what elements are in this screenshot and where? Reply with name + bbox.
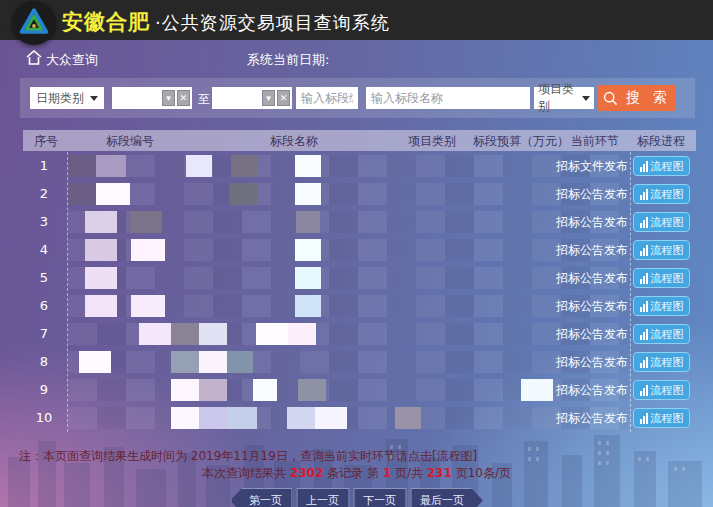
triangle-logo-icon [17, 6, 51, 40]
row-number: 1 [24, 152, 64, 180]
redacted-block [171, 323, 199, 345]
flow-chart-button-label: 流程图 [651, 215, 684, 230]
project-category-select[interactable]: 项目类别 [534, 87, 594, 109]
redacted-block [295, 267, 321, 289]
search-panel: 日期类别 ▾ ✕ 至 ▾ ✕ 项目类别 搜 索 [20, 78, 695, 118]
redacted-block [288, 323, 316, 345]
redacted-block [295, 183, 321, 205]
flow-chart-button-label: 流程图 [651, 411, 684, 426]
redacted-block [131, 239, 165, 261]
bar-chart-icon [640, 189, 648, 200]
redacted-content [68, 407, 628, 429]
result-note: 注：本页面查询结果生成时间为 2019年11月19日，查询当前实时环节请点击[流… [19, 448, 477, 465]
redacted-block [199, 379, 227, 401]
redacted-block [171, 351, 199, 373]
redacted-block [186, 155, 212, 177]
flow-chart-button-label: 流程图 [651, 355, 684, 370]
flow-chart-button[interactable]: 流程图 [633, 156, 690, 176]
pagination-button-1[interactable]: 上一页 [296, 488, 349, 507]
flow-chart-button[interactable]: 流程图 [633, 184, 690, 204]
date-to-picker-icon[interactable]: ▾ [262, 90, 275, 106]
chevron-down-icon [90, 96, 98, 101]
search-icon [603, 91, 618, 106]
col-header-budget: 标段预算（万元） [473, 133, 569, 150]
pagination: 第一页上一页下一页最后一页 [230, 488, 483, 507]
flow-chart-button[interactable]: 流程图 [633, 380, 690, 400]
redacted-content [68, 351, 628, 373]
flow-chart-button-label: 流程图 [651, 187, 684, 202]
current-stage-label: 招标公告发布 [556, 320, 628, 348]
row-number: 4 [24, 236, 64, 264]
current-stage-label: 招标公告发布 [556, 264, 628, 292]
search-button[interactable]: 搜 索 [598, 85, 676, 111]
flow-chart-button[interactable]: 流程图 [633, 268, 690, 288]
page-title: 安徽合肥 ·公共资源交易项目查询系统 [62, 8, 390, 36]
redacted-block [68, 183, 96, 205]
redacted-block [295, 295, 321, 317]
bar-chart-icon [640, 385, 648, 396]
table-rows: 1招标文件发布流程图2招标公告发布流程图3招标公告发布流程图4招标公告发布流程图… [0, 152, 713, 432]
flow-chart-button-label: 流程图 [651, 159, 684, 174]
pagination-button-3[interactable]: 最后一页 [410, 488, 483, 507]
current-stage-label: 招标公告发布 [556, 180, 628, 208]
date-to-field[interactable]: ▾ ✕ [212, 87, 292, 109]
bar-chart-icon [640, 301, 648, 312]
redacted-block [229, 183, 257, 205]
redacted-block [227, 407, 257, 429]
date-to-clear-icon[interactable]: ✕ [277, 90, 290, 106]
nav-bar: 大众查询 系统当前日期: [0, 48, 713, 70]
table-row: 7招标公告发布流程图 [0, 320, 713, 348]
bar-chart-icon [640, 329, 648, 340]
redacted-block [298, 379, 326, 401]
row-number: 10 [24, 404, 64, 432]
title-system: ·公共资源交易项目查询系统 [155, 12, 390, 33]
date-from-field[interactable]: ▾ ✕ [112, 87, 192, 109]
table-row: 10招标公告发布流程图 [0, 404, 713, 432]
current-stage-label: 招标公告发布 [556, 292, 628, 320]
table-row: 6招标公告发布流程图 [0, 292, 713, 320]
date-from-clear-icon[interactable]: ✕ [177, 90, 190, 106]
pagination-button-2[interactable]: 下一页 [353, 488, 406, 507]
row-number: 3 [24, 208, 64, 236]
summary-prefix: 本次查询结果共 [202, 466, 290, 480]
current-stage-label: 招标公告发布 [556, 348, 628, 376]
flow-chart-button[interactable]: 流程图 [633, 324, 690, 344]
redacted-block [85, 211, 117, 233]
redacted-block [521, 379, 553, 401]
redacted-block [227, 351, 253, 373]
flow-chart-button[interactable]: 流程图 [633, 212, 690, 232]
section-name-input[interactable] [366, 87, 530, 109]
current-stage-label: 招标文件发布 [556, 152, 628, 180]
flow-chart-button[interactable]: 流程图 [633, 240, 690, 260]
pagination-button-0[interactable]: 第一页 [230, 488, 292, 507]
flow-chart-button[interactable]: 流程图 [633, 408, 690, 428]
table-row: 4招标公告发布流程图 [0, 236, 713, 264]
redacted-block [199, 323, 227, 345]
redacted-block [253, 379, 277, 401]
summary-mid2: 页/共 [391, 466, 427, 480]
redacted-content [68, 267, 628, 289]
flow-chart-button[interactable]: 流程图 [633, 352, 690, 372]
date-to-separator: 至 [198, 91, 210, 113]
row-number: 8 [24, 348, 64, 376]
redacted-content [68, 183, 628, 205]
date-type-select[interactable]: 日期类别 [30, 87, 104, 109]
nav-public-query[interactable]: 大众查询 [46, 51, 98, 69]
redacted-block [199, 351, 227, 373]
date-from-picker-icon[interactable]: ▾ [162, 90, 175, 106]
date-type-select-value: 日期类别 [36, 90, 84, 107]
section-code-input[interactable] [296, 87, 358, 109]
flow-chart-button-label: 流程图 [651, 299, 684, 314]
home-icon [26, 50, 42, 65]
redacted-block [171, 379, 199, 401]
row-number: 9 [24, 376, 64, 404]
table-row: 3招标公告发布流程图 [0, 208, 713, 236]
table-row: 1招标文件发布流程图 [0, 152, 713, 180]
flow-chart-button-label: 流程图 [651, 243, 684, 258]
table-header: 序号 标段编号 标段名称 项目类别 标段预算（万元） 当前环节 标段进程 [23, 130, 696, 151]
row-number: 2 [24, 180, 64, 208]
redacted-block [130, 211, 162, 233]
flow-chart-button[interactable]: 流程图 [633, 296, 690, 316]
redacted-block [85, 295, 117, 317]
table-row: 5招标公告发布流程图 [0, 264, 713, 292]
